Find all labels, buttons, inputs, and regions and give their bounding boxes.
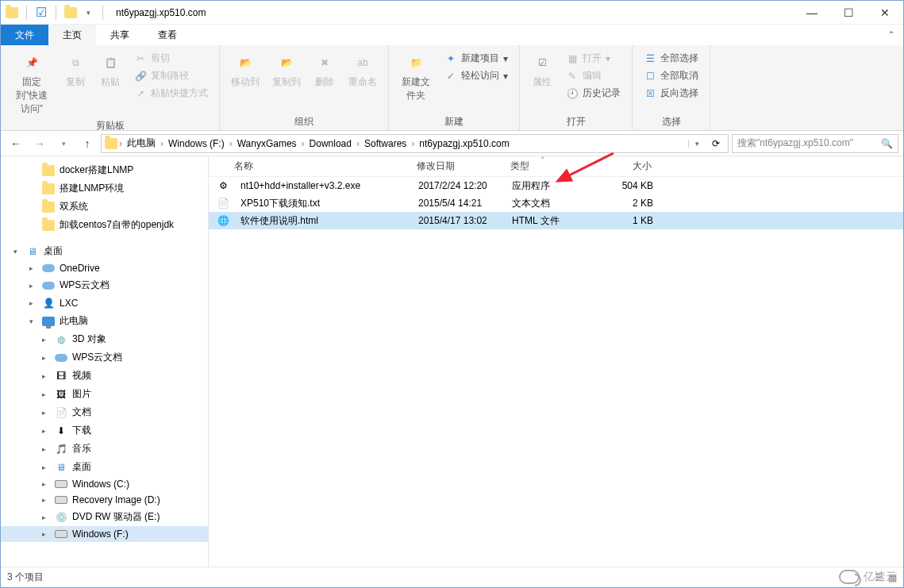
close-button[interactable]: ✕ bbox=[867, 1, 903, 25]
tree-desktop[interactable]: ▾🖥桌面 bbox=[1, 242, 208, 260]
breadcrumb-root[interactable]: 此电脑 bbox=[124, 136, 159, 150]
breadcrumb[interactable]: › 此电脑 › Windows (F:) › WanyxGames › Down… bbox=[101, 134, 729, 153]
chevron-right-icon[interactable]: › bbox=[302, 138, 305, 149]
file-row[interactable]: 📄XP510下载须知.txt2015/5/4 14:21文本文档2 KB bbox=[209, 194, 903, 212]
tree-item[interactable]: ▸Recovery Image (D:) bbox=[1, 492, 208, 508]
disk-icon bbox=[55, 496, 67, 504]
delete-button[interactable]: ✖删除 bbox=[310, 50, 339, 90]
tree-item[interactable]: ▸WPS云文档 bbox=[1, 276, 208, 294]
paste-shortcut-button[interactable]: ↗粘贴快捷方式 bbox=[131, 85, 211, 102]
chevron-right-icon[interactable]: › bbox=[411, 138, 414, 149]
tree-item[interactable]: ▸Windows (F:) bbox=[1, 526, 208, 542]
copy-path-button[interactable]: 🔗复制路径 bbox=[131, 67, 211, 84]
select-all-button[interactable]: ☰全部选择 bbox=[640, 50, 702, 67]
quick-item[interactable]: docker搭建LNMP bbox=[1, 161, 208, 179]
open-button[interactable]: ▦打开 ▾ bbox=[563, 50, 624, 67]
tree-item[interactable]: ▸💿DVD RW 驱动器 (E:) bbox=[1, 508, 208, 526]
invert-selection-button[interactable]: ☒反向选择 bbox=[640, 85, 702, 102]
col-name-header[interactable]: 名称 bbox=[234, 160, 253, 171]
ribbon-tabs: 文件 主页 共享 查看 ⌃ bbox=[1, 25, 903, 45]
history-button[interactable]: 🕘历史记录 bbox=[563, 85, 624, 102]
pin-quick-access-button[interactable]: 📌 固定到"快速访问" bbox=[9, 50, 55, 117]
tree-item[interactable]: ▸WPS云文档 bbox=[1, 348, 208, 367]
breadcrumb-seg[interactable]: nt6ypazgj.xp510.com bbox=[416, 138, 512, 149]
tree-item[interactable]: ▸🎞视频 bbox=[1, 367, 208, 385]
col-size-header[interactable]: 大小 bbox=[633, 160, 652, 171]
paste-button[interactable]: 📋 粘贴 bbox=[96, 50, 125, 90]
chevron-right-icon[interactable]: › bbox=[160, 138, 163, 149]
copy-to-button[interactable]: 📂复制到 bbox=[269, 50, 304, 90]
tab-share[interactable]: 共享 bbox=[96, 25, 144, 45]
dvd-icon: 💿 bbox=[55, 511, 67, 524]
breadcrumb-seg[interactable]: WanyxGames bbox=[234, 138, 300, 149]
col-type-header[interactable]: 类型 bbox=[510, 160, 529, 171]
file-icon: ⚙ bbox=[217, 179, 229, 192]
nav-back-button[interactable]: ← bbox=[6, 133, 26, 154]
music-icon: 🎵 bbox=[55, 443, 67, 455]
file-row[interactable]: 🌐软件使用说明.html2015/4/17 13:02HTML 文件1 KB bbox=[209, 212, 903, 229]
tree-item[interactable]: ▸OneDrive bbox=[1, 260, 208, 276]
cut-button[interactable]: ✂剪切 bbox=[131, 50, 211, 67]
tree-item[interactable]: ▾此电脑 bbox=[1, 312, 208, 330]
new-folder-icon: 📁 bbox=[405, 52, 427, 74]
video-icon: 🎞 bbox=[55, 370, 67, 382]
new-item-button[interactable]: ✦新建项目 ▾ bbox=[441, 50, 511, 67]
breadcrumb-dropdown-icon[interactable]: ▾ bbox=[688, 140, 706, 148]
chevron-right-icon[interactable]: › bbox=[356, 138, 360, 149]
ribbon-collapse-icon[interactable]: ⌃ bbox=[879, 25, 903, 45]
copy-button[interactable]: ⧉ 复制 bbox=[61, 50, 90, 90]
group-organize-label: 组织 bbox=[228, 113, 380, 129]
tab-home[interactable]: 主页 bbox=[48, 25, 96, 45]
tree-item[interactable]: ▸🖥桌面 bbox=[1, 458, 208, 476]
pc-icon bbox=[42, 317, 55, 326]
properties-button[interactable]: ☑属性 bbox=[528, 50, 556, 90]
search-input[interactable]: 搜索"nt6ypazgj.xp510.com" 🔍 bbox=[732, 134, 898, 153]
move-to-button[interactable]: 📂移动到 bbox=[228, 50, 263, 90]
download-icon: ⬇ bbox=[55, 425, 67, 437]
chevron-right-icon[interactable]: › bbox=[229, 138, 233, 149]
nav-tree[interactable]: docker搭建LNMP搭建LNMP环境双系统卸载centos7自带的openj… bbox=[1, 156, 209, 567]
status-bar: 3 个项目 ☰ ▦ bbox=[1, 567, 903, 587]
select-none-button[interactable]: ☐全部取消 bbox=[640, 67, 702, 84]
nav-up-button[interactable]: ↑ bbox=[77, 133, 98, 154]
file-row[interactable]: ⚙nt10+hdd+installer+v3.2.exe2017/2/24 12… bbox=[209, 177, 903, 194]
quick-item[interactable]: 双系统 bbox=[1, 198, 208, 216]
easy-access-button[interactable]: ✓轻松访问 ▾ bbox=[441, 67, 511, 84]
folder-icon bbox=[42, 220, 55, 231]
easy-access-icon: ✓ bbox=[444, 70, 457, 83]
tree-item[interactable]: ▸🖼图片 bbox=[1, 385, 208, 403]
breadcrumb-seg[interactable]: Windows (F:) bbox=[165, 138, 228, 149]
tree-item[interactable]: ▸◍3D 对象 bbox=[1, 330, 208, 348]
refresh-icon[interactable]: ⟳ bbox=[707, 138, 725, 149]
chevron-right-icon[interactable]: › bbox=[119, 138, 122, 149]
rename-button[interactable]: ab重命名 bbox=[345, 50, 380, 90]
new-folder-button[interactable]: 📁新建文件夹 bbox=[397, 50, 435, 104]
qat-properties-icon[interactable]: ☑ bbox=[35, 6, 48, 19]
titlebar: ☑ ▾ nt6ypazgj.xp510.com — ☐ ✕ bbox=[1, 1, 903, 25]
rename-icon: ab bbox=[352, 52, 374, 74]
folder-small-icon bbox=[64, 6, 77, 19]
nav-forward-button[interactable]: → bbox=[29, 133, 50, 154]
breadcrumb-seg[interactable]: Softwares bbox=[361, 138, 410, 149]
quick-item[interactable]: 卸载centos7自带的openjdk bbox=[1, 216, 208, 234]
tree-item[interactable]: ▸⬇下载 bbox=[1, 421, 208, 440]
file-icon: 🌐 bbox=[217, 214, 229, 227]
quick-item[interactable]: 搭建LNMP环境 bbox=[1, 179, 208, 198]
cut-icon: ✂ bbox=[134, 52, 147, 65]
minimize-button[interactable]: — bbox=[794, 1, 830, 25]
tab-file[interactable]: 文件 bbox=[1, 25, 48, 45]
tree-item[interactable]: ▸🎵音乐 bbox=[1, 440, 208, 458]
tree-item[interactable]: ▸📄文档 bbox=[1, 403, 208, 421]
tab-view[interactable]: 查看 bbox=[144, 25, 191, 45]
search-icon[interactable]: 🔍 bbox=[881, 138, 893, 149]
col-date-header[interactable]: 修改日期 bbox=[417, 160, 455, 171]
cloud-icon bbox=[42, 264, 55, 272]
qat-dropdown-icon[interactable]: ▾ bbox=[82, 6, 94, 19]
tree-item[interactable]: ▸Windows (C:) bbox=[1, 476, 208, 492]
breadcrumb-seg[interactable]: Download bbox=[306, 138, 355, 149]
edit-button[interactable]: ✎编辑 bbox=[563, 67, 624, 84]
nav-recent-button[interactable]: ▾ bbox=[53, 133, 74, 154]
maximize-button[interactable]: ☐ bbox=[830, 1, 867, 25]
tree-item[interactable]: ▸👤LXC bbox=[1, 294, 208, 312]
user-icon: 👤 bbox=[42, 297, 55, 309]
